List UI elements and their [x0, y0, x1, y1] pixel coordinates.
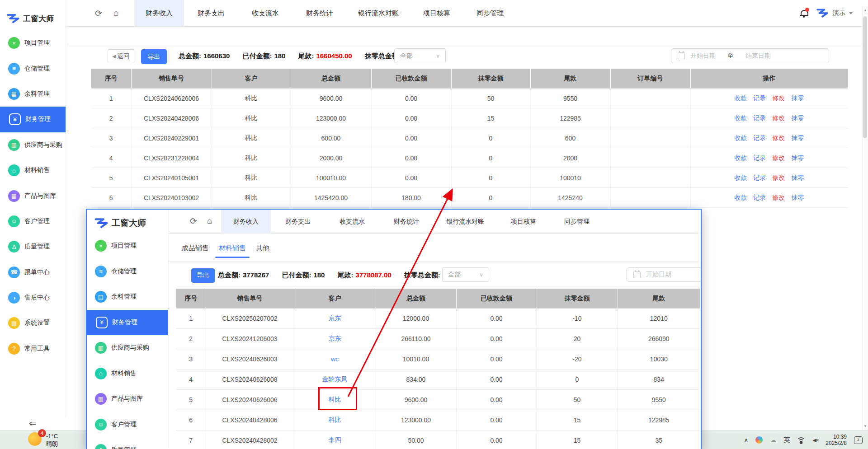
refresh-icon[interactable]: ⟳: [95, 8, 102, 19]
action-1[interactable]: 记录: [753, 174, 766, 181]
inner-filter-select[interactable]: 全部∨: [442, 267, 489, 282]
cloud-icon[interactable]: ☁: [770, 436, 776, 444]
sidebar-item-8[interactable]: Δ质量管理: [0, 234, 66, 259]
action-0[interactable]: 收款: [734, 114, 747, 122]
action-3[interactable]: 抹零: [791, 154, 804, 161]
sidebar-item-4[interactable]: ▥供应商与采购: [87, 335, 168, 361]
nav-tab-1[interactable]: 财务支出: [184, 0, 238, 26]
nav-tab-0[interactable]: 财务收入: [221, 210, 271, 233]
sidebar-item-7[interactable]: ☺客户管理: [87, 412, 168, 438]
wifi-icon[interactable]: [797, 437, 805, 443]
clock[interactable]: 10:39 2025/2/8: [826, 434, 847, 446]
sidebar-item-9[interactable]: ☎跟单中心: [0, 260, 66, 285]
nav-tab-3[interactable]: 财务统计: [292, 0, 347, 26]
action-1[interactable]: 记录: [753, 134, 766, 141]
date-start-input[interactable]: 开始日期: [690, 52, 716, 60]
action-3[interactable]: 抹零: [791, 134, 804, 141]
app-logo[interactable]: 工窗大师: [88, 217, 146, 229]
customer-link[interactable]: 金轮东风: [322, 375, 348, 383]
sidebar-item-5[interactable]: ⌂材料销售: [0, 158, 66, 183]
action-1[interactable]: 记录: [753, 114, 766, 122]
sidebar-item-6[interactable]: ▦产品与图库: [0, 183, 66, 208]
action-2[interactable]: 修改: [772, 154, 785, 161]
home-icon[interactable]: ⌂: [113, 8, 118, 18]
action-3[interactable]: 抹零: [791, 94, 804, 102]
action-3[interactable]: 抹零: [791, 174, 804, 181]
nav-tab-2[interactable]: 收支流水: [238, 0, 292, 26]
user-name[interactable]: 演示: [833, 9, 845, 17]
action-1[interactable]: 记录: [753, 154, 766, 161]
app-logo[interactable]: 工窗大师: [0, 13, 54, 24]
sub-tab-2[interactable]: 其他: [256, 244, 269, 258]
scroll-down-icon[interactable]: ▼: [863, 424, 868, 428]
action-0[interactable]: 收款: [734, 94, 747, 102]
vertical-scrollbar[interactable]: ▲ ▼: [862, 6, 868, 430]
action-2[interactable]: 修改: [772, 194, 785, 201]
sidebar-item-10[interactable]: ◑售后中心: [0, 285, 66, 310]
input-language[interactable]: 英: [783, 436, 790, 444]
sidebar-item-11[interactable]: ▧系统设置: [0, 310, 66, 336]
sidebar-item-0[interactable]: ×项目管理: [87, 233, 168, 259]
sidebar-item-4[interactable]: ▥供应商与采购: [0, 132, 66, 158]
action-0[interactable]: 收款: [734, 174, 747, 181]
action-2[interactable]: 修改: [772, 174, 785, 181]
sidebar-item-3[interactable]: ¥财务管理: [0, 107, 66, 132]
weather-widget[interactable]: 4 -1°C 晴朗: [28, 432, 58, 448]
nav-tab-4[interactable]: 银行流水对账: [434, 210, 497, 233]
nav-tab-6[interactable]: 同步管理: [463, 0, 517, 26]
sub-tab-1[interactable]: 材料销售: [219, 244, 246, 258]
action-2[interactable]: 修改: [772, 134, 785, 141]
nav-tab-2[interactable]: 收支流水: [325, 210, 379, 233]
sidebar-item-2[interactable]: ▤余料管理: [87, 284, 168, 310]
action-3[interactable]: 抹零: [791, 194, 804, 201]
tray-expand-icon[interactable]: ∧: [744, 436, 748, 444]
date-range-picker[interactable]: 开始日期 至 结束日期: [671, 48, 829, 63]
action-0[interactable]: 收款: [734, 194, 747, 201]
sidebar-item-5[interactable]: ⌂材料销售: [87, 361, 168, 387]
nav-tab-0[interactable]: 财务收入: [134, 0, 184, 26]
action-1[interactable]: 记录: [753, 94, 766, 102]
action-0[interactable]: 收款: [734, 154, 747, 161]
home-icon[interactable]: ⌂: [207, 216, 212, 226]
sub-tab-0[interactable]: 成品销售: [182, 244, 209, 258]
action-2[interactable]: 修改: [772, 114, 785, 122]
sidebar-item-0[interactable]: ×项目管理: [0, 30, 66, 56]
focus-assist-icon[interactable]: z: [854, 436, 863, 444]
scroll-up-icon[interactable]: ▲: [863, 8, 868, 12]
export-button[interactable]: 导出: [141, 49, 167, 64]
sidebar-item-2[interactable]: ▤余料管理: [0, 81, 66, 107]
volume-muted-icon[interactable]: ◀×: [812, 437, 818, 443]
date-start-input[interactable]: 开始日期: [646, 271, 671, 279]
sidebar-item-8[interactable]: Δ质量管理: [87, 437, 168, 449]
sidebar-item-1[interactable]: ≡仓储管理: [0, 56, 66, 81]
sidebar-item-6[interactable]: ▦产品与图库: [87, 386, 168, 412]
sidebar-item-7[interactable]: ☺客户管理: [0, 209, 66, 234]
nav-tab-4[interactable]: 银行流水对账: [347, 0, 410, 26]
tray-app-icon[interactable]: [755, 436, 763, 444]
user-menu[interactable]: 演示: [816, 8, 853, 19]
back-button[interactable]: ◀ 返回: [108, 49, 134, 63]
date-end-input[interactable]: 结束日期: [745, 52, 771, 60]
filter-select[interactable]: 全部∨: [394, 48, 446, 63]
notification-bell-icon[interactable]: [800, 9, 807, 17]
customer-link[interactable]: 京东: [329, 314, 341, 322]
customer-link[interactable]: 京东: [329, 335, 341, 342]
nav-tab-1[interactable]: 财务支出: [271, 210, 325, 233]
action-2[interactable]: 修改: [772, 94, 785, 102]
sidebar-item-3[interactable]: ¥财务管理: [87, 310, 168, 336]
action-0[interactable]: 收款: [734, 134, 747, 141]
collapse-sidebar-icon[interactable]: ⇐: [29, 418, 37, 428]
nav-tab-3[interactable]: 财务统计: [379, 210, 434, 233]
scrollbar-thumb[interactable]: [863, 16, 867, 138]
refresh-icon[interactable]: ⟳: [190, 216, 197, 226]
sidebar-item-1[interactable]: ≡仓储管理: [87, 259, 168, 285]
action-3[interactable]: 抹零: [791, 114, 804, 122]
nav-tab-6[interactable]: 同步管理: [550, 210, 604, 233]
inner-date-picker[interactable]: 开始日期: [627, 267, 702, 282]
customer-link[interactable]: wc: [331, 355, 339, 363]
customer-link[interactable]: 李四: [329, 436, 341, 444]
sidebar-item-12[interactable]: ?常用工具: [0, 336, 66, 361]
nav-tab-5[interactable]: 项目核算: [410, 0, 463, 26]
inner-export-button[interactable]: 导出: [191, 268, 215, 283]
nav-tab-5[interactable]: 项目核算: [497, 210, 550, 233]
